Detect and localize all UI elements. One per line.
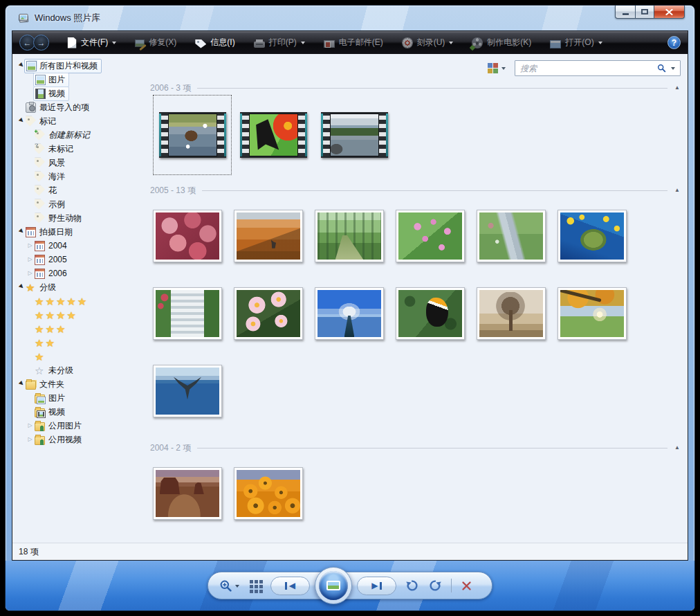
star-icon: ★	[45, 324, 54, 334]
view-menu-button[interactable]	[486, 62, 508, 75]
delete-button[interactable]	[461, 580, 472, 592]
expander-icon[interactable]: ▷	[26, 437, 35, 442]
photo-thumbnail-orange-daisies[interactable]	[234, 467, 303, 520]
toolbar-email-label: 电子邮件(E)	[339, 37, 383, 48]
sidebar-item-folder-pictures[interactable]: 图片	[12, 391, 148, 405]
photo-thumbnail-sea-turtle[interactable]	[558, 210, 627, 262]
sidebar-item-tag-wildlife[interactable]: 野生动物	[12, 211, 148, 225]
photo-thumbnail-misty-trees[interactable]	[477, 287, 546, 340]
sidebar-item-rating-2[interactable]: ★★	[12, 336, 148, 350]
sidebar-item-rating-4[interactable]: ★★★★	[12, 308, 148, 322]
sidebar-item-pictures[interactable]: 图片	[12, 73, 148, 87]
photo-thumbnail-garden-waterfall[interactable]	[153, 287, 222, 340]
toolbar-movie-button[interactable]: 制作电影(K)	[472, 37, 531, 48]
sidebar-label: 标记	[39, 117, 56, 125]
expander-icon[interactable]: ▷	[26, 271, 35, 276]
previous-icon	[285, 582, 287, 590]
toolbar-open-button[interactable]: 打开(O)	[550, 37, 602, 48]
sidebar-label: 所有图片和视频	[39, 62, 98, 70]
sidebar-item-rating-none[interactable]: ☆未分级	[12, 363, 148, 377]
sidebar-item-tag-scenery[interactable]: 风景	[12, 156, 148, 170]
photo-thumbnail-autumn-tree[interactable]	[558, 287, 627, 340]
rotate-cw-button[interactable]	[428, 579, 442, 592]
slideshow-button[interactable]	[315, 567, 352, 604]
sidebar-item-create-new-tag[interactable]: 创建新标记	[12, 128, 148, 142]
sidebar-item-rating-1[interactable]: ★	[12, 350, 148, 363]
sidebar-item-rating-3[interactable]: ★★★	[12, 322, 148, 336]
video-thumbnail-butterfly-flower-video[interactable]	[240, 112, 307, 158]
video-cell-bear-in-river-video[interactable]	[153, 95, 232, 175]
expander-icon[interactable]: ▷	[26, 257, 35, 262]
sidebar-item-folder-videos[interactable]: 视频	[12, 405, 148, 419]
sidebar-item-ratings[interactable]: ▶★分级	[12, 280, 148, 294]
sidebar-item-tag-ocean[interactable]: 海洋	[12, 170, 148, 183]
maximize-button[interactable]	[635, 6, 654, 19]
next-button[interactable]: ▶	[357, 577, 396, 595]
open-icon	[550, 40, 561, 48]
help-button[interactable]: ?	[667, 36, 681, 49]
photo-image-orange-daisies	[237, 470, 300, 517]
sidebar-item-all-pictures-videos[interactable]: ▶所有图片和视频	[12, 59, 148, 73]
group-2004: 2004 - 2 项▲	[148, 442, 681, 545]
toolbar-burn-button[interactable]: 刻录(U)	[402, 37, 454, 48]
expander-icon[interactable]: ▷	[26, 423, 35, 428]
sidebar-item-folder-public-pictures[interactable]: ▷公用图片	[12, 419, 148, 433]
close-button[interactable]	[654, 6, 685, 19]
forward-button[interactable]: →	[33, 35, 49, 51]
rating-5-stars: ★★★★★	[35, 296, 86, 307]
photo-thumbnail-ocean-pier[interactable]	[315, 287, 384, 340]
toolbar-print-button[interactable]: 打印(P)	[254, 37, 305, 48]
video-thumbnail-bear-in-river-video[interactable]	[159, 112, 226, 158]
photo-cell-pink-wildflowers	[396, 210, 465, 262]
previous-button[interactable]: ◀	[270, 577, 310, 595]
sidebar-item-recently-imported[interactable]: 最近导入的项	[12, 100, 148, 114]
star-icon: ★	[35, 338, 44, 348]
sidebar-item-date-2006[interactable]: ▷2006	[12, 266, 148, 280]
photo-thumbnail-meadow-stream[interactable]	[477, 210, 546, 262]
photo-thumbnail-whale-tail[interactable]	[153, 365, 222, 417]
star-icon: ★	[66, 296, 75, 307]
sidebar-item-not-tagged[interactable]: 未标记	[12, 142, 148, 156]
sidebar-label: 风景	[48, 158, 65, 167]
rotate-ccw-button[interactable]	[405, 579, 419, 592]
group-collapse-arrow-icon[interactable]: ▲	[667, 85, 681, 91]
sidebar-item-date-2004[interactable]: ▷2004	[12, 239, 148, 253]
minimize-button[interactable]	[615, 6, 635, 19]
sidebar-item-date-taken[interactable]: ▶拍摄日期	[12, 225, 148, 239]
video-cell-mountain-lake-video[interactable]	[315, 95, 394, 175]
toolbar-info-button[interactable]: 信息(I)	[195, 37, 234, 48]
search-input[interactable]	[520, 64, 652, 73]
sidebar-item-rating-5[interactable]: ★★★★★	[12, 294, 148, 308]
expander-icon[interactable]: ▷	[26, 243, 35, 248]
sidebar-item-folder-public-videos[interactable]: ▷公用视频	[12, 433, 148, 446]
sidebar-item-tag-flower[interactable]: 花	[12, 183, 148, 197]
toolbar-fix-button[interactable]: 修复(X)	[135, 37, 176, 48]
photo-thumbnail-forest-path[interactable]	[315, 210, 384, 262]
thumbnail-view-button[interactable]	[248, 580, 261, 592]
sidebar-item-videos[interactable]: 视频	[12, 87, 148, 100]
delete-x-icon	[461, 580, 472, 592]
tag-q-icon	[35, 144, 45, 154]
photo-thumbnail-toucan[interactable]	[396, 287, 465, 340]
sidebar-item-tag-sample[interactable]: 示例	[12, 197, 148, 211]
sidebar-item-folders[interactable]: ▶文件夹	[12, 377, 148, 391]
photo-thumbnail-frosted-leaves[interactable]	[153, 210, 222, 262]
video-cell-butterfly-flower-video[interactable]	[234, 95, 313, 175]
sidebar-item-date-2005[interactable]: ▷2005	[12, 253, 148, 266]
photo-thumbnail-monument-valley[interactable]	[153, 467, 222, 520]
expander-icon[interactable]: ▶	[17, 116, 27, 126]
sidebar-item-tags[interactable]: ▶标记	[12, 114, 148, 128]
search-icon[interactable]	[657, 64, 666, 73]
photo-thumbnail-plumeria-flowers[interactable]	[234, 287, 303, 340]
camera-icon	[26, 102, 36, 113]
toolbar-file-button[interactable]: 文件(F)	[66, 37, 116, 48]
zoom-control[interactable]	[219, 579, 239, 592]
group-collapse-arrow-icon[interactable]: ▲	[667, 188, 681, 193]
toolbar-email-button[interactable]: 电子邮件(E)	[324, 37, 383, 48]
video-thumbnail-mountain-lake-video[interactable]	[321, 112, 388, 158]
photo-cell-desert-oryx	[234, 210, 303, 262]
photo-thumbnail-pink-wildflowers[interactable]	[396, 210, 465, 262]
group-collapse-arrow-icon[interactable]: ▲	[667, 445, 681, 451]
photo-thumbnail-desert-oryx[interactable]	[234, 210, 303, 262]
search-options-caret-icon[interactable]	[671, 67, 675, 72]
